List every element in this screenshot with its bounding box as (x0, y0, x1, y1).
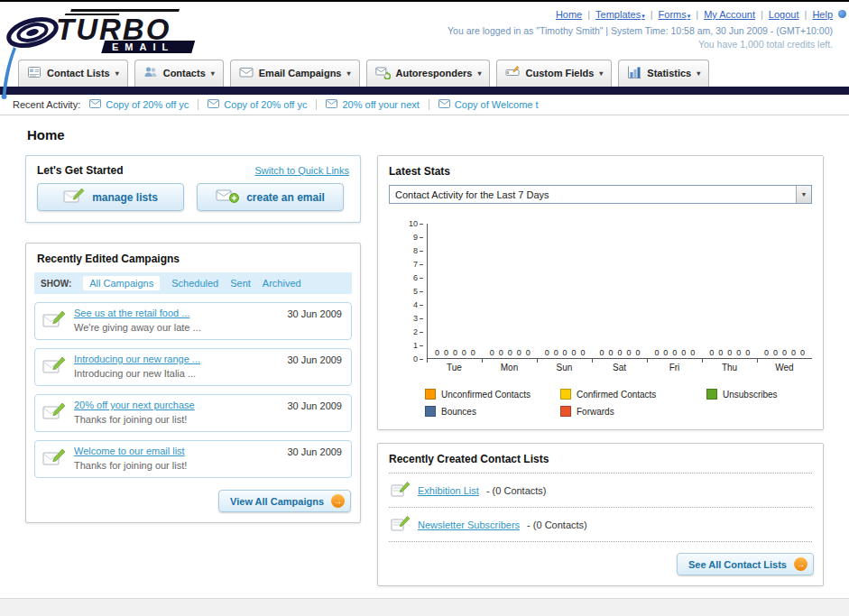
arrow-right-icon: → (794, 557, 807, 571)
switch-to-quick-links-link[interactable]: Switch to Quick Links (254, 165, 349, 176)
nav-link-templates[interactable]: Templates▾ (595, 9, 645, 20)
login-info: You are logged in as "Timothy Smith" | S… (448, 25, 833, 36)
get-started-panel: Let's Get Started Switch to Quick Links … (25, 155, 361, 223)
nav-link-help[interactable]: Help (812, 9, 833, 20)
chart-x-tick-label: Tue (427, 359, 482, 372)
legend-swatch (560, 406, 571, 417)
recent-contact-lists-panel: Recently Created Contact Lists Exhibitio… (377, 443, 824, 586)
campaign-subtitle: Introducing our new Italia ... (74, 368, 196, 379)
edit-campaign-icon[interactable] (42, 309, 66, 333)
navy-divider-bar (0, 87, 849, 95)
statistics-icon (627, 65, 641, 81)
turbo-email-logo: TURBO EMAIL (5, 4, 235, 56)
contact-list-count: - (0 Contacts) (527, 519, 587, 530)
nav-link-logout[interactable]: Logout (769, 9, 799, 20)
filter-archived[interactable]: Archived (263, 278, 301, 289)
custom-fields-icon (505, 65, 520, 81)
recent-activity-item[interactable]: Copy of 20% off yc (208, 99, 307, 110)
tab-email-campaigns[interactable]: Email Campaigns ▾ (230, 60, 360, 87)
filter-all-campaigns[interactable]: All Campaigns (83, 276, 160, 290)
see-all-contact-lists-button[interactable]: See All Contact Lists → (677, 553, 814, 575)
contact-list-link[interactable]: Newsletter Subscribers (418, 519, 520, 530)
edit-list-icon[interactable] (391, 481, 411, 500)
nav-link-home[interactable]: Home (556, 9, 582, 20)
tab-contact-lists[interactable]: Contact Lists ▾ (18, 60, 128, 87)
main-navigation: Contact Lists ▾ Contacts ▾ Email Campaig… (0, 60, 849, 87)
new-email-icon (216, 188, 239, 207)
separator: | (696, 9, 698, 20)
campaign-date: 30 Jun 2009 (287, 354, 342, 365)
legend-item: Bounces (425, 406, 560, 417)
recent-activity-link: Copy of 20% off yc (106, 99, 189, 110)
recent-activity-item[interactable]: 20% off your next (326, 99, 419, 110)
get-started-title: Let's Get Started (37, 164, 124, 177)
stats-chart: 012345678910 000000000000000000000000000… (394, 224, 812, 372)
nav-link-my-account[interactable]: My Account (704, 9, 755, 20)
right-column: Latest Stats Contact Activity for the La… (377, 155, 824, 586)
edit-list-icon[interactable] (391, 515, 411, 534)
footer-bar (0, 598, 849, 616)
filter-sent[interactable]: Sent (230, 278, 251, 289)
tab-statistics[interactable]: Statistics ▾ (618, 60, 709, 87)
campaign-date: 30 Jun 2009 (287, 446, 342, 457)
recent-activity-label: Recent Activity: (13, 99, 80, 110)
campaign-title-link[interactable]: 20% off your next purchase (74, 400, 195, 410)
tab-custom-fields[interactable]: Custom Fields ▾ (496, 60, 612, 87)
chevron-down-icon: ▾ (211, 69, 215, 78)
legend-label: Forwards (577, 407, 614, 417)
show-label: SHOW: (41, 279, 71, 289)
stats-period-value: Contact Activity for the Last 7 Days (395, 189, 549, 200)
tab-label: Email Campaigns (259, 68, 342, 78)
latest-stats-panel: Latest Stats Contact Activity for the La… (377, 155, 824, 430)
edit-campaign-icon[interactable] (42, 401, 66, 425)
campaign-title-link[interactable]: Introducing our new range ... (74, 354, 200, 364)
recent-campaigns-panel: Recently Edited Campaigns SHOW: All Camp… (25, 243, 361, 523)
campaign-filter-bar: SHOW: All Campaigns Scheduled Sent Archi… (34, 272, 352, 294)
see-all-contact-lists-label: See All Contact Lists (688, 559, 787, 570)
recent-activity-link: Copy of Welcome t (455, 99, 539, 110)
chart-y-tick: 6 (413, 273, 423, 282)
tab-contacts[interactable]: Contacts ▾ (134, 60, 224, 87)
recent-activity-item[interactable]: Copy of Welcome t (438, 99, 539, 110)
chart-value-labels: 00000 (593, 348, 648, 358)
recent-activity-item[interactable]: Copy of 20% off yc (89, 99, 189, 110)
edit-campaign-icon[interactable] (42, 355, 66, 379)
page-title: Home (27, 127, 824, 143)
recent-activity-bar: Recent Activity: Copy of 20% off yc Copy… (0, 95, 849, 115)
tab-label: Contacts (163, 68, 206, 78)
chart-plot-area: 00000000000000000000000000000000000 (427, 224, 812, 359)
create-email-button[interactable]: create an email (197, 183, 344, 211)
campaign-row: 20% off your next purchase Thanks for jo… (34, 394, 352, 432)
campaign-row: See us at the retail food ... We're givi… (34, 302, 352, 340)
contact-lists-body: Exhibition List - (0 Contacts) Newslette… (389, 473, 812, 542)
edit-campaign-icon[interactable] (42, 447, 66, 471)
left-column: Let's Get Started Switch to Quick Links … (25, 155, 361, 523)
separator: | (651, 9, 653, 20)
contact-list-link[interactable]: Exhibition List (418, 485, 479, 496)
manage-lists-button[interactable]: manage lists (37, 183, 184, 211)
campaign-title-link[interactable]: See us at the retail food ... (74, 308, 201, 318)
campaign-title-link[interactable]: Welcome to our email list (74, 446, 187, 456)
tab-label: Contact Lists (47, 68, 110, 78)
view-all-campaigns-button[interactable]: View All Campaigns → (218, 490, 351, 512)
nav-link-forms[interactable]: Forms▾ (659, 9, 691, 20)
stats-period-select[interactable]: Contact Activity for the Last 7 Days ▼ (389, 185, 812, 204)
app-window: TURBO EMAIL Home | Templates▾ | Forms▾ |… (0, 0, 849, 616)
filter-scheduled[interactable]: Scheduled (171, 278, 218, 289)
legend-label: Unconfirmed Contacts (441, 390, 531, 400)
chart-y-tick: 9 (413, 233, 423, 242)
campaign-subtitle: We're giving away our late ... (74, 322, 201, 333)
separator: | (805, 9, 807, 20)
campaign-date: 30 Jun 2009 (287, 308, 342, 319)
legend-item: Unsubscribes (706, 389, 778, 400)
chart-y-tick: 3 (413, 314, 423, 323)
create-email-label: create an email (246, 191, 325, 204)
edit-pencil-icon (63, 187, 85, 207)
chevron-down-icon: ▾ (115, 69, 119, 78)
chart-x-labels: TueMonSunSatFriThuWed (427, 359, 812, 372)
envelope-icon (208, 99, 219, 110)
tab-autoresponders[interactable]: Autoresponders ▾ (366, 60, 491, 87)
legend-label: Bounces (441, 407, 476, 417)
contact-list-row: Newsletter Subscribers - (0 Contacts) (389, 508, 812, 542)
envelope-icon (89, 99, 101, 110)
